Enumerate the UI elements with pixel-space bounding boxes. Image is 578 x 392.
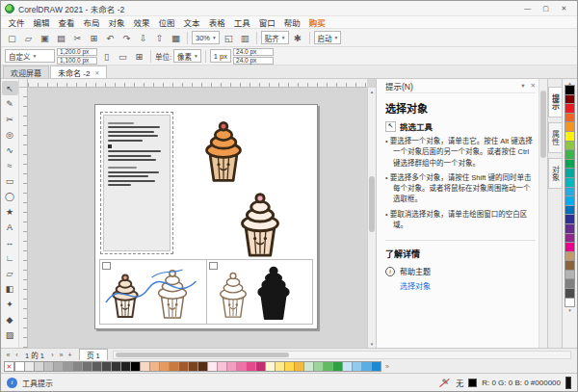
tan-cupcake-graphic[interactable] xyxy=(106,272,144,320)
menu-item[interactable]: 对象 xyxy=(104,16,129,28)
color-swatch[interactable] xyxy=(565,298,575,308)
cut-icon[interactable]: ✂ xyxy=(70,31,85,45)
menu-item[interactable]: 编辑 xyxy=(29,16,54,28)
tutorial-frames-object[interactable] xyxy=(99,259,313,325)
ruler-origin-corner[interactable] xyxy=(19,79,28,88)
undo-icon[interactable]: ↶ xyxy=(103,31,118,45)
shape-tool[interactable]: ✎ xyxy=(2,96,18,111)
scrollbar-thumb[interactable] xyxy=(540,91,546,158)
outline-pen-icon[interactable]: ✎ xyxy=(439,378,451,387)
horizontal-ruler[interactable] xyxy=(28,79,367,88)
vertical-ruler[interactable] xyxy=(19,88,28,348)
snap-to-dropdown[interactable]: 贴齐▾ xyxy=(261,31,289,44)
artistic-media-tool[interactable]: ≈ xyxy=(2,158,18,172)
rectangle-tool[interactable]: ▭ xyxy=(2,173,18,188)
drawing-page[interactable] xyxy=(94,104,318,329)
zoom-tool[interactable]: ◎ xyxy=(2,127,18,142)
tab-welcome-screen[interactable]: 欢迎屏幕 xyxy=(3,65,49,78)
close-tab-icon[interactable]: ✕ xyxy=(94,69,99,76)
polygon-tool[interactable]: ★ xyxy=(2,204,18,219)
horizontal-scrollbar[interactable] xyxy=(113,351,571,359)
page-nav-icon[interactable]: ‹ xyxy=(13,352,21,358)
redo-icon[interactable]: ↷ xyxy=(119,31,134,45)
page-nav-icon[interactable]: « xyxy=(4,352,13,358)
transparency-tool[interactable]: ◧ xyxy=(2,281,18,296)
pdf-icon[interactable]: ▦ xyxy=(169,31,183,45)
menu-item[interactable]: 工具 xyxy=(229,16,254,28)
menu-item[interactable]: 文件 xyxy=(4,16,29,28)
menu-item[interactable]: 帮助 xyxy=(279,16,304,28)
nudge-distance-field[interactable]: 1 px xyxy=(210,49,231,63)
close-button-icon[interactable]: ✕ xyxy=(555,2,573,15)
menu-item[interactable]: 购买 xyxy=(304,16,329,28)
parallel-dimension-tool[interactable]: ↔ xyxy=(2,235,18,249)
scrollbar-thumb[interactable] xyxy=(116,353,289,357)
copy-icon[interactable]: ⊞ xyxy=(87,31,101,45)
menu-item[interactable]: 表格 xyxy=(204,16,229,28)
fullscreen-preview-icon[interactable]: ◱ xyxy=(222,31,236,45)
page-preset-combobox[interactable]: 自定义▾ xyxy=(5,49,55,63)
launch-dropdown[interactable]: 启动▾ xyxy=(314,31,342,44)
pink-cupcake-graphic[interactable] xyxy=(230,190,290,259)
landscape-orientation-icon[interactable]: ▭ xyxy=(116,49,130,64)
export-icon[interactable]: ⇧ xyxy=(152,31,167,45)
fill-color-swatch[interactable] xyxy=(468,379,477,387)
interactive-fill-tool[interactable]: ◆ xyxy=(2,312,18,327)
pick-tool[interactable]: ↖ xyxy=(2,81,18,95)
orange-cupcake-graphic[interactable] xyxy=(196,118,251,184)
all-pages-icon[interactable]: ⊞ xyxy=(132,49,146,64)
menu-item[interactable]: 效果 xyxy=(129,16,154,28)
page-width-field[interactable]: 1,200.0 px xyxy=(57,48,97,56)
docker-menu-icon[interactable]: ▾ xyxy=(521,82,524,90)
print-icon[interactable]: ▤ xyxy=(54,31,68,45)
scroll-up-icon[interactable]: ▴ xyxy=(368,89,376,94)
scroll-down-icon[interactable]: ▾ xyxy=(368,341,376,347)
menu-item[interactable]: 窗口 xyxy=(254,16,279,28)
page-nav-icon[interactable]: › xyxy=(48,352,57,358)
maximize-button-icon[interactable]: ▢ xyxy=(537,2,555,15)
docker-close-icon[interactable]: ✕ xyxy=(531,82,536,90)
zoom-level-combobox[interactable]: 30%▾ xyxy=(192,31,220,44)
show-rulers-icon[interactable]: ▥ xyxy=(238,31,252,45)
outline-cupcake-graphic[interactable] xyxy=(213,270,253,320)
connector-tool[interactable]: ∟ xyxy=(2,250,18,265)
embedded-screenshot-object[interactable] xyxy=(103,115,171,251)
crop-tool[interactable]: ✂ xyxy=(2,112,18,126)
docker-tab[interactable]: 提示 xyxy=(548,87,563,118)
smart-fill-tool[interactable]: ▨ xyxy=(2,327,18,342)
options-icon[interactable]: ✱ xyxy=(291,31,305,45)
duplicate-distance-x-field[interactable]: 24.0 px xyxy=(233,48,274,56)
traced-cupcake-graphic[interactable] xyxy=(150,267,195,321)
minimize-button-icon[interactable]: — xyxy=(518,2,537,15)
shadow-tool[interactable]: ▱ xyxy=(2,266,18,280)
units-combobox[interactable]: 像素▾ xyxy=(173,49,201,63)
portrait-orientation-icon[interactable]: ▯ xyxy=(99,49,114,64)
tab-untitled-2[interactable]: 未命名 -2 ✕ xyxy=(50,65,107,78)
select-objects-link[interactable]: 选择对象 xyxy=(400,280,536,291)
frame-sketch-step[interactable] xyxy=(100,260,206,324)
duplicate-distance-y-field[interactable]: 24.0 px xyxy=(233,57,274,65)
color-eyedropper-tool[interactable]: ✦ xyxy=(2,297,18,311)
menu-item[interactable]: 文本 xyxy=(179,16,204,28)
page-nav-icon[interactable]: » xyxy=(57,352,66,358)
save-icon[interactable]: ▣ xyxy=(38,31,52,45)
import-icon[interactable]: ⇩ xyxy=(136,31,150,45)
scrollbar-thumb[interactable] xyxy=(369,176,375,232)
help-topic-row[interactable]: i 帮助主题 xyxy=(385,266,536,276)
black-cupcake-graphic[interactable] xyxy=(250,264,298,322)
page-height-field[interactable]: 1,100.0 px xyxy=(57,57,97,65)
frame-silhouette-step[interactable] xyxy=(206,260,313,324)
text-tool[interactable]: A xyxy=(2,220,18,234)
docker-scrollbar[interactable] xyxy=(539,79,547,348)
page-nav-icon[interactable]: + xyxy=(66,352,74,358)
color-swatch[interactable] xyxy=(371,361,381,372)
menu-item[interactable]: 位图 xyxy=(154,16,179,28)
page-1-tab[interactable]: 页 1 xyxy=(79,349,108,360)
freehand-tool[interactable]: ∿ xyxy=(2,143,18,157)
no-color-swatch[interactable]: ✕ xyxy=(4,361,14,372)
vertical-scrollbar[interactable]: ▴ ▾ xyxy=(367,88,376,348)
drawing-canvas[interactable]: ▴ ▾ xyxy=(19,79,376,348)
open-icon[interactable]: ▱ xyxy=(21,31,36,45)
new-document-icon[interactable]: ▢ xyxy=(5,31,19,45)
ellipse-tool[interactable]: ◯ xyxy=(2,189,18,203)
